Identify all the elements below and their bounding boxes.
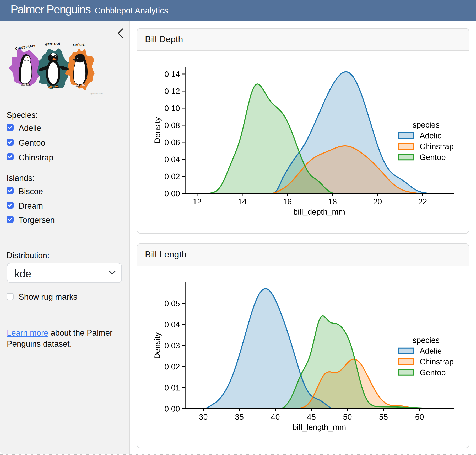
svg-text:ADĒLIE!: ADĒLIE! — [72, 43, 86, 47]
svg-text:CHINSTRAP!: CHINSTRAP! — [15, 44, 35, 51]
svg-text:GENTOO!: GENTOO! — [45, 42, 60, 46]
svg-text:@allison_horst: @allison_horst — [90, 93, 102, 95]
